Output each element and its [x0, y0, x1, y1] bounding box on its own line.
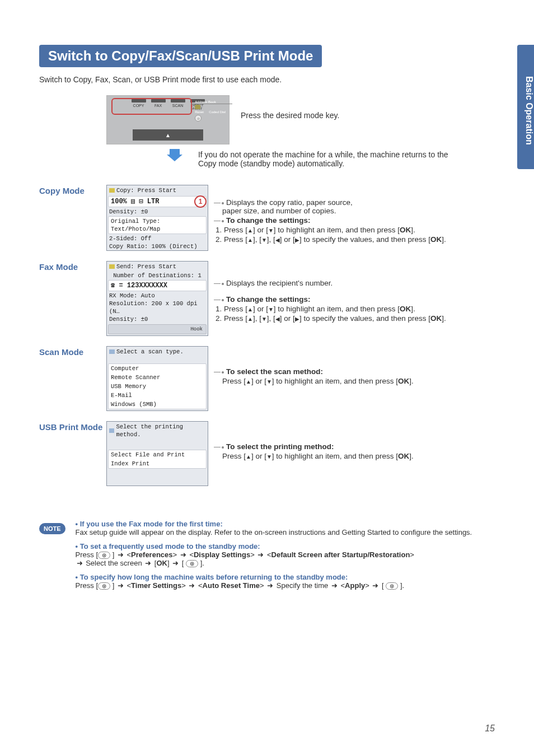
- note-1-title: If you use the Fax mode for the first ti…: [80, 520, 223, 528]
- scan-step: Press [▲] or [▼] to highlight an item, a…: [214, 377, 495, 385]
- usb-print-mode-label: USB Print Mode: [39, 421, 106, 432]
- fax-desc: Displays the recipient's number.: [226, 279, 332, 287]
- note-3-title: To specify how long the machine waits be…: [80, 573, 348, 581]
- key-fax: FAX: [149, 104, 167, 108]
- note-1-detail: Fax setup guide will appear on the displ…: [76, 528, 472, 536]
- usb-step: Press [▲] or [▼] to highlight an item, a…: [214, 452, 495, 460]
- fax-row-resolution: Resolution: 200 x 100 dpi (N…: [107, 300, 208, 315]
- label-coded-dial: Coded Dial: [209, 110, 226, 114]
- copy-lcd-header: Copy: Press Start: [116, 186, 176, 194]
- key-scan: SCAN: [169, 104, 187, 108]
- usb-select-header: To select the printing method:: [226, 442, 334, 451]
- fax-row-rxmode: RX Mode: Auto: [107, 292, 208, 300]
- copy-step-2: Press [▲], [▼], [◀] or [▶] to specify th…: [224, 235, 495, 244]
- fax-lcd-header: Send: Press Start: [116, 263, 176, 270]
- scan-item-email: E-Mail: [109, 391, 206, 400]
- note-badge: NOTE: [39, 523, 65, 534]
- fax-hook-button: Hook: [108, 324, 207, 334]
- flow-text: If you do not operate the machine for a …: [198, 150, 467, 168]
- label-reset: Reset: [195, 110, 204, 114]
- note-2-title: To set a frequently used mode to the sta…: [80, 542, 260, 550]
- copy-step-1: Press [▲] or [▼] to highlight an item, a…: [224, 226, 495, 234]
- fax-step-2: Press [▲], [▼], [◀] or [▶] to specify th…: [224, 314, 495, 323]
- copy-lcd-status: 100% ▤ ⊟ LTR: [108, 196, 207, 207]
- note-2-detail: Press [⊛ ] ➜ <Preferences> ➜ <Display Se…: [76, 550, 414, 567]
- usb-lcd: Select the printing method. Select File …: [106, 421, 208, 486]
- fax-mode-label: Fax Mode: [39, 261, 106, 272]
- key-copy: COPY: [130, 104, 148, 108]
- usb-item-index-print: Index Print: [109, 459, 206, 468]
- copy-lcd: Copy: Press Start 100% ▤ ⊟ LTR 1 Density…: [106, 185, 208, 251]
- copy-desc-line1: Displays the copy ratio, paper source,: [226, 198, 353, 207]
- fax-lcd-number: ☎ = 123XXXXXXX: [108, 280, 207, 291]
- page-title: Switch to Copy/Fax/Scan/USB Print Mode: [39, 45, 322, 67]
- scan-item-smb: Windows (SMB): [109, 400, 206, 409]
- copy-desc-line2: paper size, and number of copies.: [222, 207, 336, 215]
- copy-mode-label: Copy Mode: [39, 185, 106, 195]
- scan-lcd: Select a scan type. Computer Remote Scan…: [106, 346, 208, 411]
- fax-lcd: Send: Press Start Number of Destinations…: [106, 261, 208, 336]
- fax-change-header: To change the settings:: [226, 295, 311, 304]
- control-panel-figure: COPY FAX SCAN DIRECT PRINT Address Book …: [106, 95, 229, 144]
- copy-change-header: To change the settings:: [226, 216, 311, 225]
- note-3-detail: Press [⊛ ] ➜ <Timer Settings> ➜ <Auto Re…: [76, 581, 405, 590]
- side-tab: Basic Operation: [517, 45, 534, 169]
- scan-item-computer: Computer: [109, 364, 206, 373]
- scan-lcd-header: Select a scan type.: [116, 348, 184, 356]
- copy-row-2sided: 2-Sided: Off: [107, 235, 208, 242]
- copy-row-density: Density: ±0: [107, 208, 208, 216]
- panel-caption: Press the desired mode key.: [241, 111, 339, 120]
- intro-text: Switch to Copy, Fax, Scan, or USB Print …: [39, 75, 495, 84]
- usb-item-select-file: Select File and Print: [109, 450, 206, 459]
- fax-row-density: Density: ±0: [107, 315, 208, 323]
- fax-step-1: Press [▲] or [▼] to highlight an item, a…: [224, 305, 495, 313]
- copy-row-ratio: Copy Ratio: 100% (Direct): [107, 242, 208, 250]
- scan-mode-label: Scan Mode: [39, 346, 106, 357]
- scan-item-usb: USB Memory: [109, 382, 206, 391]
- usb-lcd-header: Select the printing method.: [116, 423, 205, 438]
- scan-item-remote: Remote Scanner: [109, 373, 206, 382]
- svg-marker-0: [167, 149, 182, 161]
- flow-arrow-icon: [167, 148, 182, 161]
- scan-select-header: To select the scan method:: [226, 367, 323, 376]
- page-number: 15: [485, 724, 495, 734]
- fax-row-destcount: Number of Destinations: 1: [107, 272, 208, 279]
- copy-row-original-type: Original Type: Text/Photo/Map: [108, 216, 207, 234]
